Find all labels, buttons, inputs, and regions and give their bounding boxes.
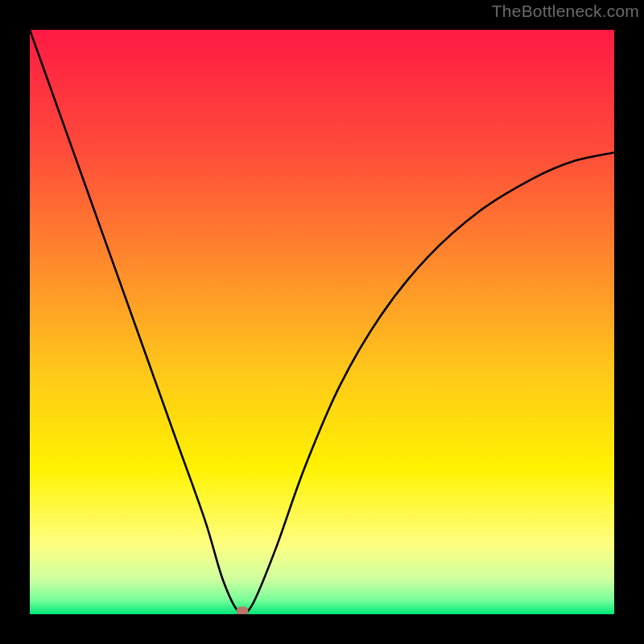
watermark-text: TheBottleneck.com	[492, 2, 639, 21]
bottleneck-curve	[30, 30, 614, 614]
chart-frame: TheBottleneck.com	[0, 0, 644, 644]
optimal-point-marker	[237, 607, 249, 614]
plot-area	[30, 30, 614, 614]
